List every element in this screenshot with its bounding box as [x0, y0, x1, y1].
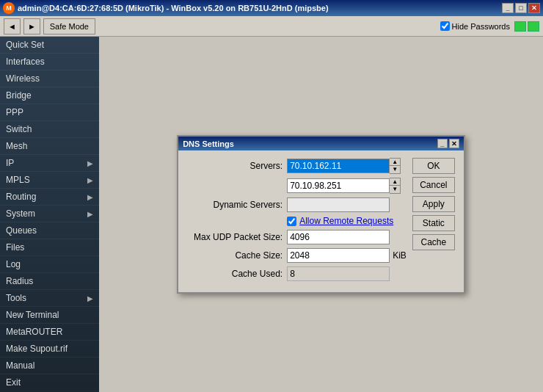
indicator-2	[528, 21, 539, 32]
max-udp-label: Max UDP Packet Size:	[187, 232, 283, 242]
close-button[interactable]: ✕	[528, 3, 540, 13]
sidebar-item-files[interactable]: Files	[0, 239, 99, 256]
sidebar-item-exit[interactable]: Exit	[0, 374, 99, 391]
server1-spin-down[interactable]: ▼	[390, 166, 400, 173]
connection-indicators	[514, 21, 539, 32]
sidebar-item-switch[interactable]: Switch	[0, 121, 99, 138]
tools-arrow-icon: ▶	[87, 294, 93, 302]
server2-input[interactable]	[287, 178, 390, 193]
cache-used-input	[287, 266, 390, 281]
content-area: DNS Settings _ ✕ Servers:	[99, 37, 543, 392]
sidebar-item-wireless[interactable]: Wireless	[0, 70, 99, 87]
dialog-close-button[interactable]: ✕	[449, 139, 459, 148]
ok-button[interactable]: OK	[412, 158, 455, 174]
dynamic-servers-input[interactable]	[287, 197, 390, 212]
dialog-content: Servers: ▲ ▼	[178, 150, 464, 292]
dns-settings-dialog: DNS Settings _ ✕ Servers:	[177, 135, 465, 294]
cache-size-label: Cache Size:	[187, 250, 283, 261]
allow-remote-row: Allow Remote Requests	[287, 216, 407, 226]
sidebar-item-bridge[interactable]: Bridge	[0, 87, 99, 104]
dynamic-servers-label: Dynamic Servers:	[187, 200, 283, 210]
kib-label: KiB	[393, 250, 407, 261]
cache-size-input[interactable]	[287, 248, 390, 263]
server1-spinner: ▲ ▼	[390, 158, 401, 174]
dialog-title: DNS Settings	[183, 139, 234, 148]
dialog-actions: OK Cancel Apply Static Cache	[412, 158, 455, 285]
servers-row-2: ▲ ▼	[187, 178, 407, 194]
sidebar-item-routing[interactable]: Routing ▶	[0, 189, 99, 206]
hide-passwords-checkbox[interactable]	[440, 21, 450, 31]
indicator-1	[514, 21, 526, 32]
sidebar-item-quickset[interactable]: Quick Set	[0, 37, 99, 54]
titlebar-buttons: _ □ ✕	[502, 3, 540, 13]
maximize-button[interactable]: □	[515, 3, 527, 13]
sidebar-item-tools[interactable]: Tools ▶	[0, 290, 99, 307]
hide-passwords-label: Hide Passwords	[440, 21, 510, 31]
cache-size-input-group: KiB	[287, 248, 407, 263]
servers-row-1: Servers: ▲ ▼	[187, 158, 407, 174]
sidebar-item-radius[interactable]: Radius	[0, 273, 99, 290]
titlebar: M admin@D4:CA:6D:27:68:5D (MikroTik) - W…	[0, 0, 543, 16]
sidebar-item-log[interactable]: Log	[0, 256, 99, 273]
cache-used-label: Cache Used:	[187, 269, 283, 279]
cancel-button[interactable]: Cancel	[412, 177, 455, 193]
cache-button[interactable]: Cache	[412, 234, 455, 250]
sidebar-item-metarouter[interactable]: MetaROUTER	[0, 324, 99, 341]
server2-spin-down[interactable]: ▼	[390, 186, 400, 193]
dialog-titlebar: DNS Settings _ ✕	[178, 137, 464, 150]
sidebar-item-manual[interactable]: Manual	[0, 357, 99, 374]
sidebar-item-system[interactable]: System ▶	[0, 206, 99, 222]
server1-input[interactable]	[287, 159, 390, 173]
titlebar-title: admin@D4:CA:6D:27:68:5D (MikroTik) - Win…	[18, 4, 502, 12]
dialog-title-buttons: _ ✕	[437, 139, 459, 148]
toolbar: ◄ ► Safe Mode Hide Passwords	[0, 16, 543, 37]
sidebar-item-ppp[interactable]: PPP	[0, 104, 99, 121]
safe-mode-button[interactable]: Safe Mode	[43, 18, 95, 35]
sidebar-item-mpls[interactable]: MPLS ▶	[0, 172, 99, 189]
toolbar-right: Hide Passwords	[440, 21, 539, 32]
cache-size-row: Cache Size: KiB	[187, 248, 407, 263]
mpls-arrow-icon: ▶	[87, 176, 93, 184]
max-udp-row: Max UDP Packet Size:	[187, 230, 407, 244]
max-udp-input-group	[287, 230, 407, 244]
server1-spin-up[interactable]: ▲	[390, 159, 400, 166]
allow-remote-checkbox[interactable]	[287, 217, 296, 226]
sidebar-item-new-terminal[interactable]: New Terminal	[0, 307, 99, 324]
main-layout: Quick Set Interfaces Wireless Bridge PPP…	[0, 37, 543, 392]
app-icon: M	[3, 2, 15, 14]
sidebar-item-queues[interactable]: Queues	[0, 222, 99, 239]
allow-remote-label[interactable]: Allow Remote Requests	[299, 216, 393, 226]
server2-input-group: ▲ ▼	[287, 178, 407, 194]
server2-spinner: ▲ ▼	[390, 178, 401, 194]
cache-used-input-group	[287, 266, 407, 281]
sidebar-item-mesh[interactable]: Mesh	[0, 138, 99, 155]
dynamic-servers-input-group	[287, 197, 407, 212]
static-button[interactable]: Static	[412, 215, 455, 231]
server2-spin-up[interactable]: ▲	[390, 178, 400, 186]
sidebar: Quick Set Interfaces Wireless Bridge PPP…	[0, 37, 99, 392]
forward-button[interactable]: ►	[23, 18, 40, 35]
apply-button[interactable]: Apply	[412, 196, 455, 212]
server1-input-group: ▲ ▼	[287, 158, 407, 174]
dialog-minimize-button[interactable]: _	[437, 139, 448, 148]
sidebar-item-interfaces[interactable]: Interfaces	[0, 54, 99, 70]
ip-arrow-icon: ▶	[87, 159, 93, 167]
system-arrow-icon: ▶	[87, 210, 93, 218]
dialog-overlay: DNS Settings _ ✕ Servers:	[99, 37, 543, 392]
back-button[interactable]: ◄	[4, 18, 21, 35]
sidebar-item-make-supout[interactable]: Make Supout.rif	[0, 341, 99, 357]
dialog-form: Servers: ▲ ▼	[187, 158, 407, 285]
max-udp-input[interactable]	[287, 230, 390, 244]
cache-used-row: Cache Used:	[187, 266, 407, 281]
sidebar-item-ip[interactable]: IP ▶	[0, 155, 99, 172]
servers-label: Servers:	[187, 161, 283, 171]
minimize-button[interactable]: _	[502, 3, 514, 13]
dynamic-servers-row: Dynamic Servers:	[187, 197, 407, 212]
routing-arrow-icon: ▶	[87, 193, 93, 201]
